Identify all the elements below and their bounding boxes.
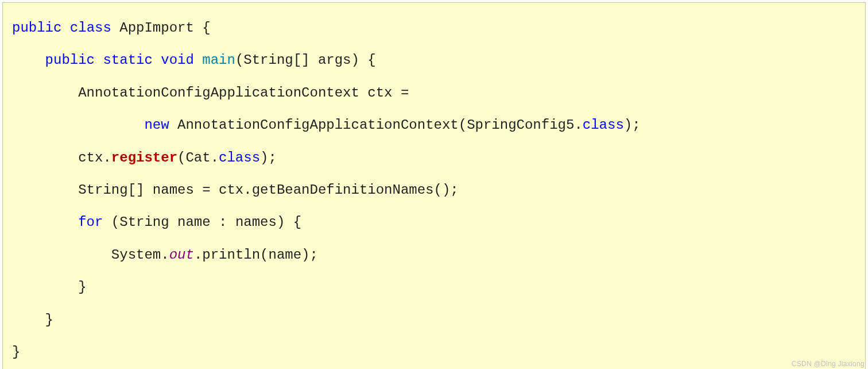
keyword-static: static — [103, 52, 152, 68]
names-line: String[] names = ctx.getBeanDefinitionNa… — [78, 182, 459, 198]
register-arg: (Cat. — [177, 150, 219, 166]
keyword-void: void — [161, 52, 194, 68]
brace-close-class: } — [12, 344, 20, 360]
code-block: public class AppImport { public static v… — [2, 2, 866, 369]
keyword-public-2: public — [45, 52, 95, 68]
class-literal-1: class — [583, 117, 624, 133]
class-literal-2: class — [219, 150, 260, 166]
brace-close-method: } — [45, 312, 53, 328]
keyword-class: class — [70, 20, 111, 36]
method-register: register — [111, 150, 177, 166]
ctx-dot: ctx. — [78, 150, 111, 166]
brace-close-for: } — [78, 279, 86, 295]
close-2: ); — [260, 150, 277, 166]
keyword-new: new — [144, 117, 169, 133]
params: (String[] args) { — [235, 52, 376, 68]
field-out: out — [169, 247, 194, 263]
class-name: AppImport — [119, 20, 194, 36]
brace-open: { — [202, 20, 210, 36]
system-dot: System. — [111, 247, 169, 263]
method-main: main — [202, 52, 235, 68]
ctor-call: AnnotationConfigApplicationContext(Sprin… — [177, 117, 583, 133]
ctx-declare: AnnotationConfigApplicationContext ctx = — [78, 85, 409, 101]
watermark: CSDN @Ding Jiaxiong — [792, 360, 865, 368]
for-rest: (String name : names) { — [103, 214, 301, 230]
keyword-for: for — [78, 214, 103, 230]
keyword-public: public — [12, 20, 61, 36]
println-call: .println(name); — [194, 247, 318, 263]
close-1: ); — [624, 117, 641, 133]
